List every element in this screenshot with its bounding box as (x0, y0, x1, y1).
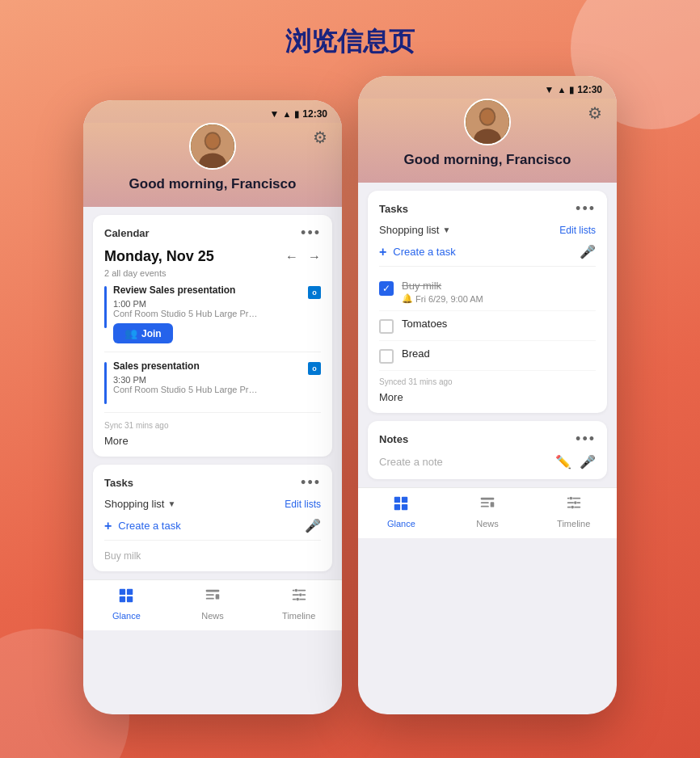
time-left: 12:30 (302, 108, 327, 120)
create-task-row-right: + Create a task 🎤 (379, 244, 596, 267)
tasks-more-link[interactable]: More (379, 391, 596, 403)
status-icons-right: ▼ ▲ ▮ 12:30 (545, 84, 602, 95)
notes-card: Notes ••• Create a note ✏️ 🎤 (368, 421, 607, 479)
tasks-title-left: Tasks (104, 477, 133, 489)
calendar-more-link[interactable]: More (104, 435, 321, 447)
status-bar-left: ▼ ▲ ▮ 12:30 (83, 100, 342, 123)
svg-point-41 (571, 506, 574, 509)
task-list-header-left: Shopping list ▼ Edit lists (104, 498, 321, 510)
event-title-1: Review Sales presentation o (113, 284, 321, 299)
mic-icon-right[interactable]: 🎤 (580, 244, 596, 259)
tasks-card-left: Tasks ••• Shopping list ▼ Edit lists + C… (93, 465, 332, 571)
svg-rect-29 (481, 498, 495, 500)
bottom-nav-left: Glance News Timeline (83, 579, 342, 630)
event-time-1: 1:00 PM (113, 299, 321, 309)
timeline-icon-left (290, 587, 308, 609)
tasks-partial-hint: Buy milk (104, 547, 321, 562)
notes-title: Notes (379, 433, 408, 445)
nav-news-right[interactable]: News (445, 495, 531, 528)
task-text-0: Buy milk (402, 280, 483, 292)
event-item-1: Review Sales presentation o 1:00 PM Conf… (104, 284, 321, 352)
nav-timeline-right[interactable]: Timeline (530, 495, 617, 528)
create-task-label-right[interactable]: Create a task (393, 246, 573, 258)
greeting-right: Good morning, Francisco (404, 152, 571, 168)
phone-header-left: ⚙ Good morning, Francisco (83, 123, 342, 207)
svg-rect-10 (206, 598, 214, 600)
news-icon-left (204, 587, 221, 609)
glance-icon-right (392, 495, 410, 516)
tasks-card-right: Tasks ••• Shopping list ▼ Edit lists + C… (368, 191, 607, 413)
mic-icon-left[interactable]: 🎤 (305, 518, 321, 533)
wifi-icon: ▲ (282, 109, 291, 119)
avatar-image-left (191, 123, 234, 170)
outlook-icon-2: o (308, 362, 321, 375)
nav-glance-label-left: Glance (112, 611, 141, 621)
event-location-2: Conf Room Studio 5 Hub Large Privat... (113, 385, 259, 394)
settings-icon-left[interactable]: ⚙ (313, 128, 327, 147)
svg-rect-7 (127, 596, 133, 602)
task-list-header-right: Shopping list ▼ Edit lists (379, 224, 596, 236)
status-bar-right: ▼ ▲ ▮ 12:30 (358, 76, 617, 99)
settings-icon-right[interactable]: ⚙ (588, 103, 602, 123)
edit-lists-left[interactable]: Edit lists (285, 499, 321, 510)
calendar-prev[interactable]: ← (285, 250, 298, 264)
calendar-more-button[interactable]: ••• (301, 225, 321, 242)
event-location-1: Conf Room Studio 5 Hub Large Privat... (113, 309, 259, 318)
calendar-nav: ← → (285, 250, 321, 264)
svg-rect-9 (206, 594, 214, 596)
signal-icon: ▼ (270, 108, 280, 120)
task-item-0: ✓ Buy milk 🔔 Fri 6/29, 9:00 AM (379, 273, 596, 311)
greeting-left: Good morning, Francisco (129, 176, 297, 192)
notes-more-button[interactable]: ••• (576, 431, 596, 448)
nav-news-label-left: News (201, 611, 224, 621)
event-details-2: Sales presentation o 3:30 PM Conf Room S… (113, 360, 321, 394)
task-list-selector-left[interactable]: Shopping list ▼ (104, 498, 175, 510)
calendar-sync-text: Sync 31 mins ago (104, 421, 321, 430)
plus-icon-right: + (379, 245, 386, 259)
svg-rect-31 (481, 506, 489, 507)
nav-glance-right[interactable]: Glance (358, 495, 445, 528)
task-content-1: Tomatoes (402, 318, 447, 330)
mic-icon-notes[interactable]: 🎤 (580, 454, 596, 470)
nav-timeline-label-left: Timeline (282, 611, 315, 621)
edit-lists-right[interactable]: Edit lists (559, 225, 596, 236)
bottom-nav-right: Glance News Timeline (358, 487, 617, 538)
task-checkbox-2[interactable] (379, 349, 394, 364)
svg-rect-32 (491, 502, 495, 507)
tasks-more-button-left[interactable]: ••• (301, 474, 321, 491)
create-task-label-left[interactable]: Create a task (118, 520, 298, 532)
nav-news-left[interactable]: News (170, 587, 256, 621)
svg-rect-6 (120, 596, 125, 602)
phone-content-left: Calendar ••• Monday, Nov 25 ← → 2 all da… (83, 207, 342, 579)
tasks-more-button-right[interactable]: ••• (576, 200, 596, 217)
join-button[interactable]: 👥 Join (113, 323, 173, 343)
phone-content-right: Tasks ••• Shopping list ▼ Edit lists + C… (358, 183, 617, 487)
svg-rect-30 (481, 502, 489, 503)
nav-timeline-left[interactable]: Timeline (255, 587, 342, 621)
pencil-icon[interactable]: ✏️ (555, 454, 571, 470)
svg-rect-26 (402, 497, 407, 503)
avatar-image-right (466, 99, 509, 145)
calendar-next[interactable]: → (308, 250, 321, 264)
calendar-card: Calendar ••• Monday, Nov 25 ← → 2 all da… (93, 215, 332, 457)
nav-news-label-right: News (476, 519, 499, 528)
task-checkbox-0[interactable]: ✓ (379, 281, 394, 296)
all-day-events: 2 all day events (104, 268, 321, 278)
svg-rect-8 (206, 590, 220, 592)
notes-create-text[interactable]: Create a note (379, 456, 443, 468)
task-item-2: Bread (379, 341, 596, 371)
task-text-2: Bread (402, 347, 430, 360)
nav-glance-left[interactable]: Glance (83, 587, 170, 621)
status-icons-left: ▼ ▲ ▮ 12:30 (270, 108, 327, 120)
reminder-icon-0: 🔔 (402, 293, 413, 304)
time-right: 12:30 (577, 84, 602, 95)
task-list-selector-right[interactable]: Shopping list ▼ (379, 224, 450, 236)
notes-create-row: Create a note ✏️ 🎤 (379, 454, 596, 470)
calendar-date-row: Monday, Nov 25 ← → (104, 248, 321, 265)
svg-rect-25 (394, 497, 400, 503)
event-title-2: Sales presentation o (113, 360, 321, 375)
svg-point-20 (296, 598, 299, 601)
calendar-card-header: Calendar ••• (104, 225, 321, 242)
task-checkbox-1[interactable] (379, 319, 394, 334)
svg-point-18 (299, 593, 302, 596)
